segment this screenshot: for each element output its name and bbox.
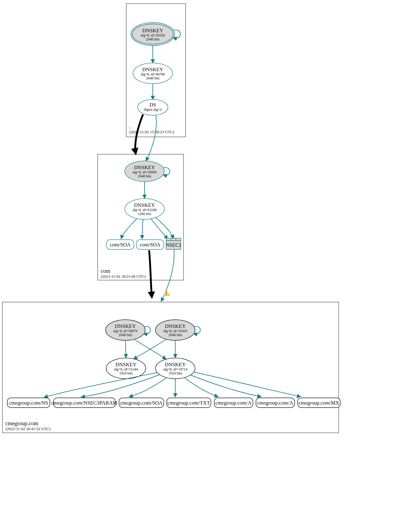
svg-text:NSEC3: NSEC3 <box>166 242 181 248</box>
edge-cme-zsk2-to-mx <box>194 372 300 397</box>
edge-root-ds-to-com-ksk <box>146 115 156 161</box>
svg-text:DS: DS <box>149 102 156 108</box>
record-com-soa-1: com/SOA <box>107 240 134 249</box>
node-root-ds: DS digest alg=2 <box>138 99 168 115</box>
svg-text:alg=8, id=30909: alg=8, id=30909 <box>132 170 157 174</box>
record-cme-txt: cmegroup.com/TXT <box>167 398 211 408</box>
svg-text:DNSKEY: DNSKEY <box>134 202 155 208</box>
svg-text:2048 bits: 2048 bits <box>138 174 152 178</box>
svg-text:cmegroup.com/A: cmegroup.com/A <box>215 400 252 406</box>
svg-text:alg=8, id=32416: alg=8, id=32416 <box>163 329 187 333</box>
node-com-ksk: DNSKEY alg=8, id=30909 2048 bits <box>125 161 164 182</box>
svg-text:1024 bits: 1024 bits <box>119 371 133 375</box>
record-cme-mx: cmegroup.com/MX <box>298 398 340 408</box>
node-cme-zsk2: DNSKEY alg=8, id=19714 1024 bits <box>156 358 195 379</box>
zone-com-name: com <box>101 268 110 274</box>
svg-text:alg=8, id=11244: alg=8, id=11244 <box>114 367 138 371</box>
svg-text:DNSKEY: DNSKEY <box>142 67 163 72</box>
svg-text:1280 bits: 1280 bits <box>138 212 152 216</box>
svg-text:com/SOA: com/SOA <box>110 242 131 248</box>
edge-cme-ksk1-to-zsk1 <box>125 340 126 357</box>
svg-text:DNSKEY: DNSKEY <box>165 323 186 329</box>
record-cme-nsec3param: cmegroup.com/NSEC3PARAM <box>51 398 117 408</box>
record-cme-a2: cmegroup.com/A <box>256 398 295 408</box>
svg-text:2048 bits: 2048 bits <box>119 333 132 337</box>
svg-text:DNSKEY: DNSKEY <box>116 362 137 367</box>
svg-text:DNSKEY: DNSKEY <box>115 323 136 329</box>
zone-cme-name: cmegroup.com <box>5 420 38 426</box>
node-root-ksk: DNSKEY alg=8, id=20326 2048 bits <box>131 23 175 46</box>
node-cme-ksk1: DNSKEY alg=8, id=58876 2048 bits <box>106 320 145 340</box>
svg-text:cmegroup.com/NS: cmegroup.com/NS <box>9 400 48 406</box>
zone-com-timestamp: (2023-11-02 18:21:00 UTC) <box>101 274 146 279</box>
edge-com-zsk-to-nsec3a <box>151 219 167 239</box>
svg-text:2048 bits: 2048 bits <box>146 37 160 41</box>
record-cme-soa: cmegroup.com/SOA <box>119 398 164 408</box>
record-cme-a1: cmegroup.com/A <box>214 398 253 408</box>
node-root-zsk: DNSKEY alg=8, id=46780 2048 bits <box>133 63 173 84</box>
svg-text:1024 bits: 1024 bits <box>169 371 182 375</box>
node-cme-ksk2: DNSKEY alg=8, id=32416 2048 bits <box>156 320 195 340</box>
svg-text:2048 bits: 2048 bits <box>146 76 160 80</box>
svg-text:cmegroup.com/MX: cmegroup.com/MX <box>299 400 339 406</box>
svg-text:alg=8, id=63246: alg=8, id=63246 <box>132 208 157 212</box>
svg-text:DNSKEY: DNSKEY <box>134 165 155 170</box>
svg-text:digest alg=2: digest alg=2 <box>144 107 162 112</box>
svg-text:alg=8, id=58876: alg=8, id=58876 <box>113 329 138 333</box>
svg-text:!: ! <box>166 292 167 296</box>
svg-text:cmegroup.com/A: cmegroup.com/A <box>257 400 293 406</box>
edge-com-zsk-to-soa2 <box>142 219 143 238</box>
edge-cme-zsk2-to-a2 <box>191 375 261 397</box>
svg-text:alg=8, id=46780: alg=8, id=46780 <box>141 72 165 76</box>
edge-cme-zsk2-to-a1 <box>184 377 218 397</box>
svg-text:2048 bits: 2048 bits <box>169 333 182 337</box>
zone-cme-timestamp: (2023-11-02 20:41:52 UTC) <box>5 426 51 431</box>
zone-root-name: . <box>129 123 131 130</box>
edge-com-zsk-to-soa1 <box>121 218 137 238</box>
svg-text:cmegroup.com/NSEC3PARAM: cmegroup.com/NSEC3PARAM <box>51 400 117 406</box>
node-cme-zsk1: DNSKEY alg=8, id=11244 1024 bits <box>106 358 146 379</box>
record-cme-ns: cmegroup.com/NS <box>7 398 50 408</box>
svg-text:DNSKEY: DNSKEY <box>165 362 186 367</box>
svg-text:alg=8, id=19714: alg=8, id=19714 <box>163 367 187 371</box>
svg-text:alg=8, id=20326: alg=8, id=20326 <box>141 33 165 37</box>
edge-root-to-com-delegation <box>135 114 143 154</box>
svg-text:cmegroup.com/TXT: cmegroup.com/TXT <box>167 400 210 406</box>
node-com-zsk: DNSKEY alg=8, id=63246 1280 bits <box>125 199 164 219</box>
svg-text:com/SOA: com/SOA <box>140 242 161 248</box>
edge-cme-zsk2-to-soa <box>129 377 167 397</box>
svg-text:cmegroup.com/SOA: cmegroup.com/SOA <box>120 400 163 406</box>
svg-rect-24 <box>166 238 181 241</box>
dnssec-diagram: . (2023-11-02 15:58:23 UTC) DNSKEY alg=8… <box>0 0 416 532</box>
svg-text:DNSKEY: DNSKEY <box>142 28 163 33</box>
record-com-soa-2: com/SOA <box>136 240 164 249</box>
edge-com-to-cme-delegation <box>149 250 152 297</box>
record-com-nsec3: NSEC3 <box>166 238 181 249</box>
warning-icon: ! <box>163 290 170 296</box>
